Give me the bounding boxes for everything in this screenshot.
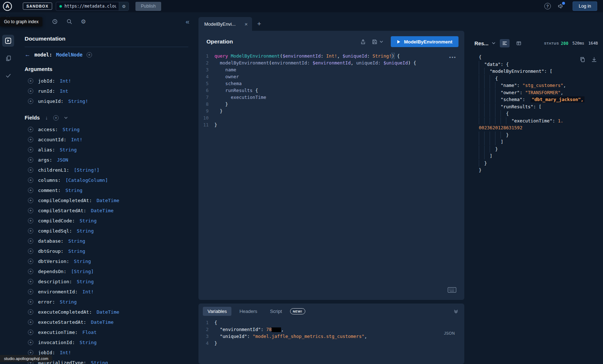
add-field-icon[interactable]: +: [28, 218, 33, 223]
add-all-fields-icon[interactable]: +: [53, 115, 59, 121]
field-type-link[interactable]: String: [74, 259, 91, 264]
add-field-icon[interactable]: +: [28, 198, 33, 203]
add-field-icon[interactable]: +: [28, 167, 33, 173]
add-argument-icon[interactable]: +: [28, 78, 33, 84]
field-type-link[interactable]: String: [66, 188, 83, 193]
tab-variables[interactable]: Variables: [203, 307, 231, 316]
add-field-icon[interactable]: +: [28, 238, 33, 244]
field-name: executeCompletedAt:: [38, 309, 92, 315]
add-field-icon[interactable]: +: [28, 177, 33, 183]
formatted-view-toggle[interactable]: [500, 39, 510, 47]
add-type-to-query-icon[interactable]: +: [87, 52, 92, 58]
argument-type-link[interactable]: String!: [68, 99, 88, 104]
endpoint-url-box[interactable]: https://metadata.cloud.get ⚙: [56, 2, 129, 11]
field-type-link[interactable]: String: [68, 248, 85, 254]
add-field-icon[interactable]: +: [28, 340, 33, 345]
back-arrow-icon[interactable]: ←: [25, 52, 30, 58]
add-field-icon[interactable]: +: [28, 269, 33, 274]
fields-options-chevron-icon[interactable]: [64, 117, 68, 119]
field-type-link[interactable]: Int!: [71, 137, 82, 142]
collapse-variables-icon[interactable]: [453, 309, 458, 314]
add-field-icon[interactable]: +: [28, 319, 33, 325]
collapse-sidebar-icon[interactable]: «: [185, 18, 189, 25]
field-type-link[interactable]: String: [60, 299, 77, 305]
save-operation-group[interactable]: [372, 39, 383, 45]
explorer-icon[interactable]: [2, 35, 14, 47]
add-field-icon[interactable]: +: [28, 208, 33, 213]
editor-overflow-menu-icon[interactable]: •••: [449, 55, 456, 60]
tab-headers[interactable]: Headers: [235, 307, 262, 316]
add-field-icon[interactable]: +: [28, 309, 33, 315]
help-icon[interactable]: ?: [544, 3, 551, 9]
add-field-icon[interactable]: +: [28, 147, 33, 152]
field-type-link[interactable]: [String]: [71, 269, 94, 274]
field-type-link[interactable]: String: [80, 218, 97, 223]
field-type-link[interactable]: String: [68, 238, 85, 244]
field-type-link[interactable]: Float: [83, 330, 97, 335]
field-type-link[interactable]: String: [60, 147, 77, 152]
field-row: + description: String: [25, 276, 188, 286]
variables-editor[interactable]: 1{2 "environmentId": 78,3 "uniqueId": "m…: [198, 319, 464, 347]
add-field-icon[interactable]: +: [28, 259, 33, 264]
keyboard-shortcuts-icon[interactable]: [448, 287, 456, 293]
endpoint-url[interactable]: https://metadata.cloud.get: [64, 4, 116, 9]
field-type-link[interactable]: DateTime: [91, 208, 114, 213]
add-field-icon[interactable]: +: [28, 248, 33, 254]
new-tab-button[interactable]: +: [257, 20, 261, 27]
add-field-icon[interactable]: +: [28, 299, 33, 305]
add-field-icon[interactable]: +: [28, 228, 33, 234]
field-type-link[interactable]: String: [80, 340, 97, 345]
tab-close-icon[interactable]: ×: [244, 21, 248, 27]
type-kind-label: model:: [34, 52, 52, 58]
search-icon[interactable]: [66, 18, 72, 25]
argument-type-link[interactable]: Int!: [60, 78, 71, 84]
login-button[interactable]: Log in: [573, 1, 597, 11]
add-field-icon[interactable]: +: [28, 127, 33, 132]
apollo-logo[interactable]: A: [3, 2, 12, 11]
topbar: A SANDBOX https://metadata.cloud.get ⚙ P…: [0, 0, 603, 12]
field-type-link[interactable]: String: [91, 360, 108, 364]
add-field-icon[interactable]: +: [28, 350, 33, 355]
type-name-link[interactable]: ModelNode: [56, 52, 83, 58]
add-field-icon[interactable]: +: [28, 157, 33, 163]
share-operation-icon[interactable]: [360, 39, 366, 45]
endpoint-settings-gear-icon[interactable]: ⚙: [119, 2, 129, 11]
copy-response-icon[interactable]: [579, 57, 586, 63]
add-field-icon[interactable]: +: [28, 330, 33, 335]
add-field-icon[interactable]: +: [28, 188, 33, 193]
sort-fields-icon[interactable]: ↓: [45, 115, 48, 120]
response-dropdown-chevron-icon[interactable]: [492, 42, 495, 45]
argument-type-link[interactable]: Int: [60, 88, 68, 94]
download-response-icon[interactable]: [591, 57, 597, 63]
add-argument-icon[interactable]: +: [28, 99, 33, 104]
field-type-link[interactable]: String: [77, 279, 94, 284]
operation-tab[interactable]: ModelByEnvi... ×: [198, 17, 252, 31]
announcements-megaphone-icon[interactable]: [557, 3, 564, 9]
field-type-link[interactable]: JSON: [57, 157, 68, 163]
field-type-link[interactable]: DateTime: [97, 198, 120, 203]
field-type-link[interactable]: [String!]: [74, 167, 99, 173]
field-type-link[interactable]: DateTime: [97, 309, 120, 315]
add-field-icon[interactable]: +: [28, 137, 33, 142]
field-type-link[interactable]: [CatalogColumn]: [66, 177, 108, 183]
publish-button[interactable]: Publish: [135, 2, 161, 11]
tab-script[interactable]: Script: [265, 307, 286, 316]
run-operation-button[interactable]: ModelByEnvironment: [391, 36, 458, 47]
field-row: + database: String: [25, 236, 188, 246]
schema-reference-icon[interactable]: [2, 52, 14, 64]
field-type-link[interactable]: Int!: [60, 350, 71, 355]
field-type-link[interactable]: String: [63, 127, 80, 132]
field-type-link[interactable]: String: [77, 228, 94, 234]
history-icon[interactable]: [52, 18, 58, 25]
field-type-link[interactable]: Int!: [83, 289, 94, 294]
settings-gear-icon[interactable]: ⚙: [81, 18, 86, 25]
add-argument-icon[interactable]: +: [28, 88, 33, 94]
add-field-icon[interactable]: +: [28, 279, 33, 284]
operation-header: Operation ModelByEnvironment: [198, 31, 464, 47]
field-type-link[interactable]: DateTime: [91, 319, 114, 325]
operation-editor[interactable]: 1query ModelByEnvironment($environmentId…: [198, 53, 464, 128]
checklist-icon[interactable]: [2, 70, 14, 81]
status-code: 200: [561, 41, 569, 46]
table-view-toggle[interactable]: [514, 39, 524, 47]
add-field-icon[interactable]: +: [28, 289, 33, 294]
